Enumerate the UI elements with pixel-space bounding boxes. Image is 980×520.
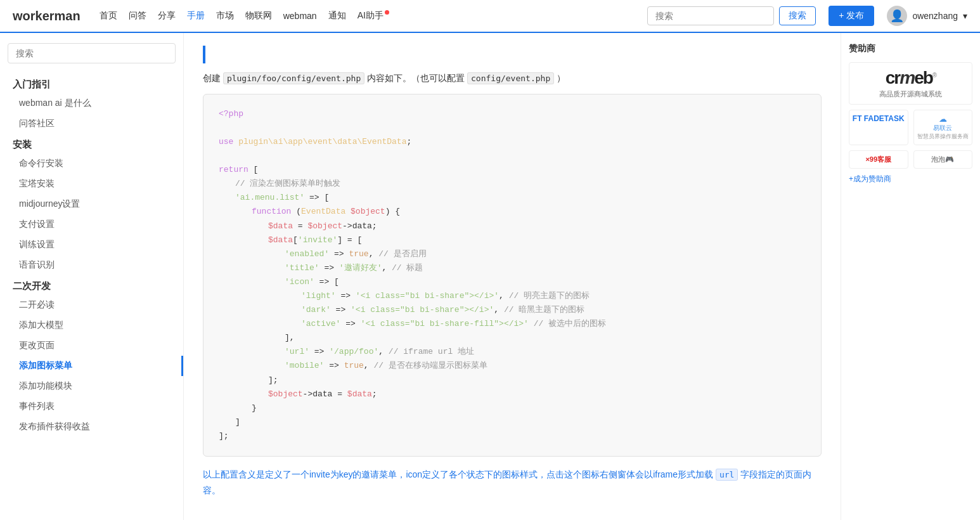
publish-button[interactable]: + 发布 [828, 6, 874, 26]
user-dropdown-icon: ▾ [963, 11, 967, 21]
sponsor-row-1: FT FADETASK ☁ 易联云 智慧员界操作服务商 [849, 110, 972, 145]
nav-home[interactable]: 首页 [100, 10, 117, 22]
sidebar-item-add-module[interactable]: 添加功能模块 [0, 376, 183, 396]
sponsor-99-label: ×99客服 [865, 155, 891, 163]
header: workerman 首页 问答 分享 手册 市场 物联网 webman 通知 A… [0, 0, 980, 33]
sidebar-item-change-page[interactable]: 更改页面 [0, 335, 183, 356]
data-var: $data [268, 221, 293, 231]
sponsor-crmeb[interactable]: crmeb® 高品质开源商城系统 [849, 62, 972, 105]
sidebar-item-publish-plugin[interactable]: 发布插件获得收益 [0, 417, 183, 437]
namespace: plugin\ai\app\event\data\EventData [238, 137, 406, 146]
section-marker [203, 46, 205, 63]
sidebar-item-dev-read[interactable]: 二开必读 [0, 295, 183, 315]
sidebar-item-event-list[interactable]: 事件列表 [0, 396, 183, 417]
intro-middle: 内容如下。（也可以配置 [367, 73, 465, 83]
sidebar-search-container [8, 43, 176, 63]
nav-manual[interactable]: 手册 [187, 10, 205, 22]
nav-qa[interactable]: 问答 [129, 10, 146, 22]
avatar: 👤 [887, 6, 907, 26]
sidebar-item-add-icon-menu[interactable]: 添加图标菜单 [0, 356, 183, 376]
url-inline-code: url [716, 469, 738, 481]
sidebar-item-add-model[interactable]: 添加大模型 [0, 315, 183, 335]
section-title-intro: 入门指引 [0, 74, 183, 93]
key-ai-menu: 'ai.menu.list' [235, 193, 304, 202]
nav-share[interactable]: 分享 [158, 10, 176, 22]
sponsor-yliyun[interactable]: ☁ 易联云 智慧员界操作服务商 [913, 110, 973, 145]
section-title-install: 安装 [0, 134, 183, 153]
yliyun-sub: 智慧员界操作服务商 [917, 133, 970, 141]
nav-notify[interactable]: 通知 [328, 10, 346, 22]
sidebar-item-payment[interactable]: 支付设置 [0, 214, 183, 235]
header-search: 搜索 [647, 6, 816, 25]
layout: 入门指引 webman ai 是什么 问答社区 安装 命令行安装 宝塔安装 mi… [0, 33, 980, 520]
nav-ai[interactable]: AI助手 [358, 10, 389, 22]
sidebar: 入门指引 webman ai 是什么 问答社区 安装 命令行安装 宝塔安装 mi… [0, 33, 184, 520]
sidebar-item-training[interactable]: 训练设置 [0, 235, 183, 255]
sponsor-paopao-label: 泡泡🎮 [931, 155, 954, 163]
sidebar-item-webman-ai[interactable]: webman ai 是什么 [0, 93, 183, 114]
intro-before: 创建 [203, 73, 221, 83]
comment1: // 渲染左侧图标菜单时触发 [235, 179, 340, 188]
desc-main: 以上配置含义是定义了一个invite为key的邀请菜单，icon定义了各个状态下… [203, 469, 713, 479]
fadetask-label: FT FADETASK [853, 114, 905, 123]
fn-keyword: function [252, 207, 291, 216]
become-sponsor[interactable]: +成为赞助商 [849, 174, 972, 185]
nav-iot[interactable]: 物联网 [245, 10, 272, 22]
intro-text: 创建 plugin/foo/config/event.php 内容如下。（也可以… [203, 71, 822, 86]
code-block: <?php use plugin\ai\app\event\data\Event… [203, 94, 822, 457]
search-input[interactable] [647, 6, 774, 25]
sidebar-item-voice[interactable]: 语音识别 [0, 255, 183, 275]
nav-webman[interactable]: webman [283, 11, 317, 21]
logo: workerman [13, 9, 81, 23]
file2-code: config/event.php [467, 72, 554, 84]
section-title-dev: 二次开发 [0, 275, 183, 295]
sponsor-99[interactable]: ×99客服 [849, 150, 908, 169]
sidebar-item-qa[interactable]: 问答社区 [0, 114, 183, 134]
desc-text: 以上配置含义是定义了一个invite为key的邀请菜单，icon定义了各个状态下… [203, 467, 822, 498]
sponsor-fadetask[interactable]: FT FADETASK [849, 110, 908, 145]
sidebar-item-baota[interactable]: 宝塔安装 [0, 174, 183, 194]
crmeb-logo: crmeb® [854, 68, 967, 88]
sidebar-item-midjourney[interactable]: midjourney设置 [0, 194, 183, 214]
sidebar-item-cmd-install[interactable]: 命令行安装 [0, 153, 183, 174]
main-content: 创建 plugin/foo/config/event.php 内容如下。（也可以… [184, 33, 841, 520]
search-button[interactable]: 搜索 [779, 6, 816, 25]
use-keyword: use [219, 137, 233, 146]
sponsor-row-2: ×99客服 泡泡🎮 [849, 150, 972, 169]
sponsor-title: 赞助商 [849, 43, 972, 55]
intro-after: ） [557, 73, 565, 83]
yliyun-label: 易联云 [917, 124, 970, 133]
user-menu[interactable]: 👤 owenzhang ▾ [887, 6, 967, 26]
php-tag: <?php [219, 109, 243, 119]
sponsor-paopao[interactable]: 泡泡🎮 [913, 150, 973, 169]
yliyun-icon: ☁ [917, 114, 970, 124]
username: owenzhang [912, 11, 958, 21]
file1-code: plugin/foo/config/event.php [223, 72, 364, 84]
right-sidebar: 赞助商 crmeb® 高品质开源商城系统 FT FADETASK ☁ 易联云 智… [841, 33, 980, 520]
crmeb-sub: 高品质开源商城系统 [854, 89, 967, 99]
return-keyword: return [219, 165, 248, 174]
sidebar-search-input[interactable] [8, 43, 176, 63]
main-nav: 首页 问答 分享 手册 市场 物联网 webman 通知 AI助手 [100, 10, 389, 22]
ai-dot [385, 10, 389, 15]
nav-market[interactable]: 市场 [216, 10, 234, 22]
